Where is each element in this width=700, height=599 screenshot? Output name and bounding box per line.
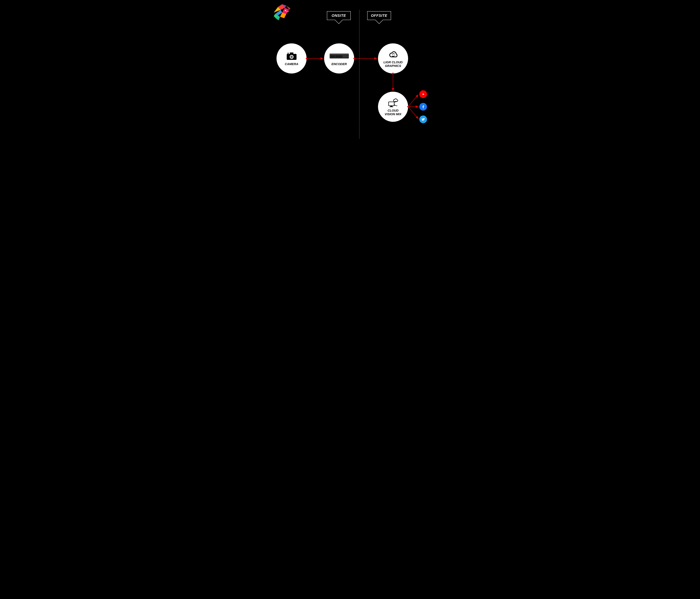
svg-line-42 — [408, 95, 418, 107]
camera-icon — [284, 51, 299, 61]
svg-rect-29 — [390, 106, 393, 106]
camera-label: CAMERA — [285, 62, 298, 66]
onsite-offsite-divider — [359, 10, 359, 139]
svg-point-25 — [348, 56, 348, 57]
twitter-icon — [419, 116, 427, 123]
offsite-text: OFFSITE — [371, 14, 388, 18]
offsite-section-label: OFFSITE — [367, 11, 391, 24]
encoder-icon — [329, 51, 349, 61]
youtube-icon — [419, 90, 427, 98]
onsite-text: ONSITE — [332, 14, 346, 18]
brand-logo — [272, 3, 292, 21]
onsite-section-label: ONSITE — [327, 11, 351, 24]
svg-rect-28 — [389, 102, 394, 106]
ligr-cloud-graphics-node: LIGR CLOUD GRAPHICS — [378, 43, 408, 74]
svg-line-44 — [408, 107, 418, 119]
svg-rect-15 — [288, 53, 289, 53]
svg-rect-18 — [330, 55, 335, 57]
svg-marker-33 — [423, 93, 424, 95]
cloud-vision-mix-node: CLOUD VISION MIX — [378, 92, 408, 122]
cloud-sync-icon — [386, 49, 400, 59]
encoder-node: ENCODER — [324, 43, 354, 74]
camera-node: CAMERA — [276, 43, 307, 74]
cloudmix-label: CLOUD VISION MIX — [385, 109, 401, 116]
encoder-label: ENCODER — [331, 62, 347, 66]
svg-rect-17 — [330, 54, 349, 55]
cloud-monitor-icon — [386, 98, 400, 107]
svg-point-24 — [347, 56, 347, 57]
svg-rect-19 — [335, 55, 342, 57]
ligr-label: LIGR CLOUD GRAPHICS — [383, 60, 403, 68]
svg-rect-11 — [290, 52, 293, 54]
diagram-stage: ONSITE OFFSITE CAMERA — [270, 0, 430, 140]
facebook-icon — [419, 103, 427, 110]
svg-point-9 — [285, 10, 286, 11]
svg-rect-30 — [390, 106, 393, 107]
